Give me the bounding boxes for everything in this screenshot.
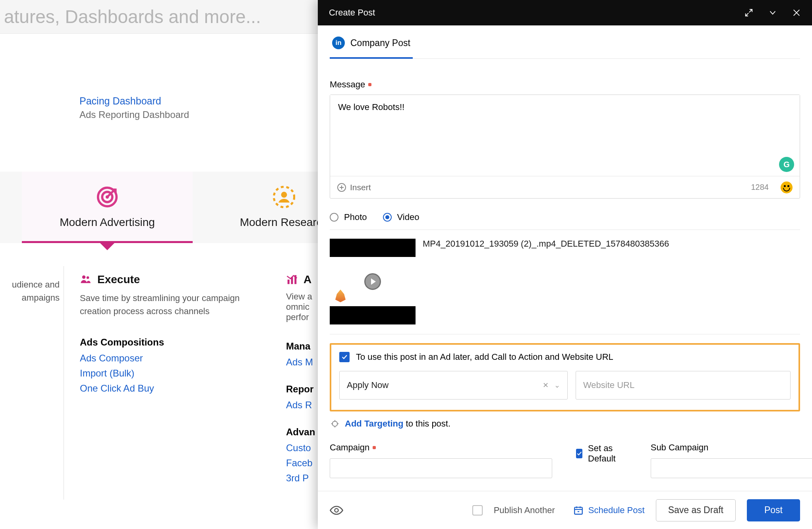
svg-point-6 [87,276,89,279]
create-post-panel: Create Post in Company Post Message G [318,0,812,529]
left-fragment: udience and ampaigns [0,266,64,500]
save-as-draft-button[interactable]: Save as Draft [656,499,736,521]
svg-point-5 [82,276,86,279]
message-textarea[interactable] [330,95,800,174]
crosshair-icon [331,419,339,428]
link-import-bulk[interactable]: Import (Bulk) [80,368,286,379]
radio-photo[interactable]: Photo [330,212,367,222]
schedule-post-button[interactable]: Schedule Post [573,505,645,515]
campaign-select[interactable] [330,458,552,478]
people-icon [80,274,92,286]
card-pacing-dashboard[interactable]: Pacing Dashboard Ads Reporting Dashboard [79,95,189,120]
tab-modern-advertising[interactable]: Modern Advertising [22,172,193,243]
publish-another-checkbox[interactable] [472,505,483,515]
post-button[interactable]: Post [747,499,800,521]
link-ads-composer[interactable]: Ads Composer [80,353,286,364]
video-attachment: MP4_20191012_193059 (2)_.mp4_DELETED_157… [330,239,800,324]
insert-button[interactable]: Insert [337,183,371,192]
panel-footer: Publish Another Schedule Post Save as Dr… [318,491,812,529]
section-title: A [304,273,311,286]
radio-icon [383,213,392,222]
svg-point-11 [334,508,338,512]
svg-rect-7 [288,280,290,284]
section-execute-header: Execute [80,273,286,286]
video-filename: MP4_20191012_193059 (2)_.mp4_DELETED_157… [423,239,669,249]
add-targeting-link[interactable]: Add Targeting [345,419,403,429]
expand-icon[interactable] [744,8,753,17]
cta-select-value: Apply Now [347,380,389,390]
sub-campaign-select[interactable] [651,458,812,478]
panel-header: Create Post [318,0,812,25]
radio-icon [330,213,338,222]
char-counter: 1284 [751,183,769,192]
message-label: Message [330,79,800,90]
section-title: Execute [97,273,140,286]
clear-icon[interactable]: ✕ [543,381,549,390]
required-icon [368,83,371,86]
publish-another-label: Publish Another [494,505,555,515]
close-icon[interactable] [792,8,801,17]
chart-icon [286,274,298,286]
panel-title: Create Post [329,8,375,18]
tab-company-post[interactable]: in Company Post [330,32,413,59]
svg-point-10 [333,421,338,427]
card-subtitle: Ads Reporting Dashboard [79,109,189,120]
cta-checkbox-label: To use this post in an Ad later, add Cal… [356,352,613,362]
add-targeting-row: Add Targeting to this post. [331,419,800,429]
cta-checkbox[interactable] [339,352,350,362]
add-targeting-suffix: to this post. [403,419,450,429]
flame-icon [335,290,346,302]
search-placeholder-text: atures, Dashboards and more... [4,6,261,27]
svg-point-4 [281,192,287,198]
linkedin-icon: in [332,37,345,49]
card-title: Pacing Dashboard [79,95,189,107]
sub-campaign-label: Sub Campaign [651,442,812,453]
video-thumbnail[interactable] [330,239,416,324]
emoji-icon[interactable] [781,181,793,193]
campaign-label: Campaign [330,442,552,453]
section-desc: Save time by streamlining your campaign … [80,292,247,318]
website-url-input[interactable] [576,371,791,400]
chevron-down-icon[interactable]: ⌄ [554,381,560,390]
grammarly-icon[interactable]: G [779,157,794,172]
set-default-checkbox[interactable] [576,449,582,458]
tab-label: Modern Research [240,216,329,229]
target-icon [96,186,118,208]
svg-rect-12 [574,507,582,514]
calendar-icon [573,505,584,515]
tab-label: Modern Advertising [60,216,155,229]
preview-icon[interactable] [330,506,343,515]
cta-select[interactable]: Apply Now ✕ ⌄ [339,371,568,400]
link-one-click-ad-buy[interactable]: One Click Ad Buy [80,383,286,394]
radio-video[interactable]: Video [383,212,420,222]
plus-circle-icon [337,183,346,192]
message-box: G Insert 1284 [330,95,800,199]
group-title: Ads Compositions [80,337,286,348]
required-icon [373,446,376,449]
set-default-label: Set as Default [588,443,619,464]
cta-highlight-box: To use this post in an Ad later, add Cal… [330,343,800,411]
play-icon [364,273,381,290]
tab-label: Company Post [350,38,410,48]
people-icon [273,186,295,208]
chevron-down-icon[interactable] [768,8,777,17]
